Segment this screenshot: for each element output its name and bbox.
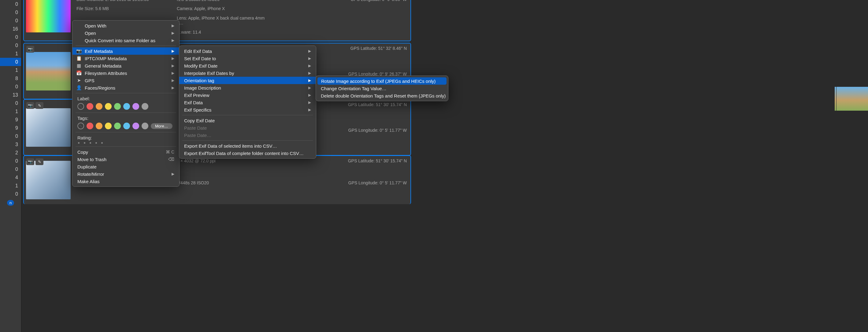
menu-copy-exif-date[interactable]: Copy Exif Date bbox=[179, 117, 316, 124]
tag-red[interactable] bbox=[87, 123, 93, 129]
meta-lens: Lens: Apple, iPhone X back dual camera 4… bbox=[177, 15, 269, 29]
menu-exif-metadata[interactable]: 📷 Exif Metadata▶ bbox=[72, 47, 179, 55]
left-num: 0 bbox=[0, 16, 21, 25]
left-num: 0 bbox=[0, 41, 21, 49]
left-num-selected[interactable]: 0 bbox=[0, 58, 21, 66]
camera-icon: 📷 bbox=[26, 158, 34, 165]
menu-export-all-csv[interactable]: Export ExifTool Data of complete folder … bbox=[179, 150, 316, 157]
menu-separator bbox=[75, 93, 176, 93]
left-num: 8 bbox=[0, 74, 21, 82]
label-yellow[interactable] bbox=[105, 103, 112, 110]
menu-filesystem-attrs[interactable]: 📅 Filesystem Attributes▶ bbox=[72, 69, 179, 77]
tag-none[interactable] bbox=[78, 123, 84, 129]
meta-dims: 4 × 4032 @ 72.0 ppi bbox=[177, 158, 269, 180]
menu-make-alias[interactable]: Make Alias bbox=[72, 178, 179, 185]
label-gray[interactable] bbox=[142, 103, 148, 110]
menu-delete-double-orientation[interactable]: Delete double Orientation Tags and Reset… bbox=[316, 92, 448, 99]
left-num: 0 bbox=[0, 157, 21, 165]
left-num: 0 bbox=[0, 8, 21, 16]
label-purple[interactable] bbox=[132, 103, 139, 110]
edit-icon: ✎ bbox=[35, 102, 43, 109]
menu-gps[interactable]: ➤ GPS▶ bbox=[72, 77, 179, 84]
thumbnail[interactable]: 📷 ✎ bbox=[24, 100, 73, 155]
label-cyan[interactable] bbox=[123, 103, 130, 110]
thumbnail-image bbox=[26, 0, 71, 32]
context-menu: Open With▶ Open▶ Quick Convert into same… bbox=[72, 20, 180, 187]
tag-green[interactable] bbox=[114, 123, 121, 129]
menu-exif-specifics[interactable]: Exif Specifics▶ bbox=[179, 106, 316, 113]
camera-icon: 📷 bbox=[26, 102, 34, 109]
left-pill: n bbox=[7, 200, 14, 206]
menu-exif-preview[interactable]: Exif Preview▶ bbox=[179, 91, 316, 99]
tags-title: Tags: bbox=[78, 115, 174, 121]
thumbnail[interactable]: 📷 bbox=[24, 43, 73, 99]
meta-filesize: File Size: 5.6 MB bbox=[76, 6, 168, 15]
chevron-right-icon: ▶ bbox=[172, 78, 174, 82]
meta-exposure: f1.8 1/1333s 28 ISO20 bbox=[177, 0, 269, 5]
preview-thumb[interactable] bbox=[836, 87, 868, 111]
menu-faces-regions[interactable]: 👤 Faces/Regions▶ bbox=[72, 84, 179, 91]
menu-export-selected-csv[interactable]: Export Exif Data of selected items into … bbox=[179, 142, 316, 150]
left-num: 1 bbox=[0, 181, 21, 190]
chevron-right-icon: ▶ bbox=[172, 172, 174, 176]
menu-change-orientation-value[interactable]: Change Orientation Tag Value… bbox=[316, 85, 448, 92]
grid-icon: ▦ bbox=[76, 63, 82, 68]
menu-rotate-mirror[interactable]: Rotate/Mirror▶ bbox=[72, 170, 179, 178]
menu-paste-date: Paste Date bbox=[179, 124, 316, 131]
tag-purple[interactable] bbox=[132, 123, 139, 129]
chevron-right-icon: ▶ bbox=[172, 38, 174, 42]
label-green[interactable] bbox=[114, 103, 121, 110]
left-num: 9 bbox=[0, 124, 21, 132]
menu-iptc-xmp[interactable]: 📋 IPTC/XMP Metadata▶ bbox=[72, 55, 179, 62]
rating-dots[interactable] bbox=[78, 142, 174, 144]
left-num: 0 bbox=[0, 99, 21, 107]
menu-duplicate[interactable]: Duplicate bbox=[72, 163, 179, 170]
menu-label-section: Label: bbox=[72, 95, 179, 111]
label-none[interactable] bbox=[78, 103, 84, 110]
menu-edit-exif-data[interactable]: Edit Exif Data▶ bbox=[179, 47, 316, 55]
chevron-right-icon: ▶ bbox=[308, 71, 311, 75]
person-icon: 👤 bbox=[76, 85, 82, 91]
menu-separator bbox=[75, 146, 176, 147]
menu-separator bbox=[182, 140, 313, 141]
camera-icon: 📷 bbox=[76, 48, 82, 54]
chevron-right-icon: ▶ bbox=[172, 31, 174, 35]
thumbnail[interactable] bbox=[24, 0, 73, 41]
label-orange[interactable] bbox=[96, 103, 102, 110]
tag-orange[interactable] bbox=[96, 123, 102, 129]
clipboard-icon: 📋 bbox=[76, 56, 82, 61]
menu-modify-exif-date[interactable]: Modify Exif Date▶ bbox=[179, 62, 316, 69]
menu-set-exif-date[interactable]: Set Exif Date to▶ bbox=[179, 55, 316, 62]
thumbnail-image bbox=[26, 52, 71, 91]
menu-copy[interactable]: Copy⌘ C bbox=[72, 148, 179, 156]
menu-open[interactable]: Open▶ bbox=[72, 29, 179, 37]
thumbnail[interactable]: 📷 ✎ bbox=[24, 156, 73, 204]
meta-gps-lon: GPS Longitude: 0° 9' 6.69" W bbox=[277, 0, 407, 5]
delete-icon: ⌫ bbox=[168, 157, 174, 162]
left-num: 16 bbox=[0, 25, 21, 33]
tag-gray[interactable] bbox=[142, 123, 148, 129]
menu-move-to-trash[interactable]: Move to Trash⌫ bbox=[72, 156, 179, 163]
tag-cyan[interactable] bbox=[123, 123, 130, 129]
menu-quick-convert[interactable]: Quick Convert into same Folder as▶ bbox=[72, 37, 179, 44]
chevron-right-icon: ▶ bbox=[308, 108, 311, 112]
menu-general-metadata[interactable]: ▦ General Metadata▶ bbox=[72, 62, 179, 69]
label-red[interactable] bbox=[87, 103, 93, 110]
menu-exif-data[interactable]: Exif Data▶ bbox=[179, 99, 316, 106]
tag-yellow[interactable] bbox=[105, 123, 112, 129]
meta-camera: Camera: Apple, iPhone X bbox=[177, 6, 269, 15]
chevron-right-icon: ▶ bbox=[172, 24, 174, 28]
menu-separator bbox=[75, 45, 176, 46]
menu-separator bbox=[75, 112, 176, 113]
menu-orientation-tag[interactable]: Orientation tag▶ bbox=[179, 77, 316, 84]
menu-separator bbox=[182, 115, 313, 115]
location-icon: ➤ bbox=[76, 78, 82, 83]
meta-date-modified: Date Modified: 2. Jul 2018 at 13:25:05 bbox=[76, 0, 168, 5]
tags-more-button[interactable]: More… bbox=[151, 123, 173, 129]
left-num: 1 bbox=[0, 49, 21, 58]
menu-image-description[interactable]: Image Description▶ bbox=[179, 84, 316, 91]
menu-open-with[interactable]: Open With▶ bbox=[72, 22, 179, 29]
menu-tags-section: Tags: More… bbox=[72, 114, 179, 131]
menu-interpolate-exif-dates[interactable]: Interpolate Exif Dates by▶ bbox=[179, 69, 316, 77]
menu-rotate-according-exif[interactable]: Rotate Image according to Exif (JPEGs an… bbox=[317, 77, 446, 85]
